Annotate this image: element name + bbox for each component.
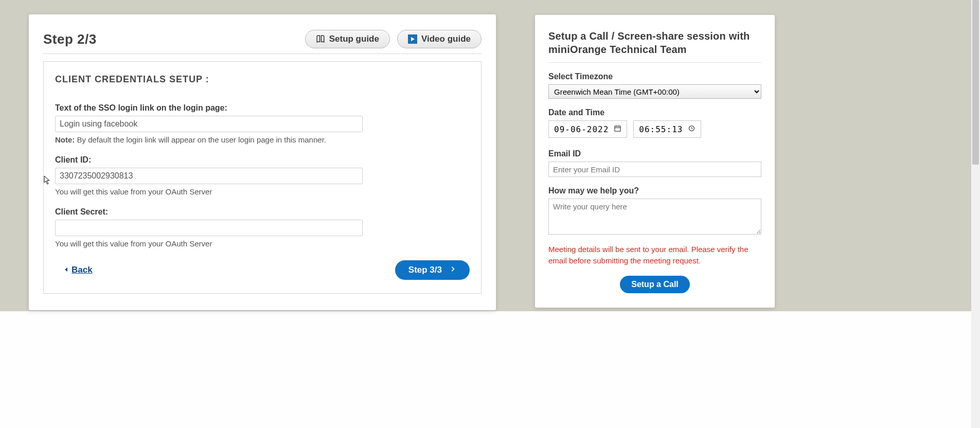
setup-call-button[interactable]: Setup a Call <box>620 276 690 293</box>
timezone-label: Select Timezone <box>548 72 761 81</box>
setup-guide-button[interactable]: Setup guide <box>305 30 390 48</box>
time-value: 06:55:13 <box>639 124 683 134</box>
query-label: How may we help you? <box>548 186 761 195</box>
datetime-label: Date and Time <box>548 108 761 117</box>
date-input[interactable]: 09-06-2022 <box>548 120 627 138</box>
video-guide-label: Video guide <box>421 34 471 44</box>
client-id-helper: You will get this value from your OAuth … <box>55 187 470 196</box>
main-config-card: Step 2/3 Setup guide Video guide CLIENT <box>29 14 496 310</box>
client-secret-helper: You will get this value from your OAuth … <box>55 239 470 248</box>
back-link[interactable]: Back <box>63 265 93 275</box>
guide-buttons-group: Setup guide Video guide <box>305 30 482 48</box>
datetime-row: 09-06-2022 06:55:13 <box>548 120 761 138</box>
step-header: Step 2/3 Setup guide Video guide <box>43 30 482 54</box>
credentials-box: CLIENT CREDENTIALS SETUP : Text of the S… <box>43 61 482 294</box>
date-value: 09-06-2022 <box>554 124 609 134</box>
caret-left-icon <box>63 265 69 275</box>
time-input[interactable]: 06:55:13 <box>633 120 701 138</box>
bottom-whitespace <box>0 311 980 428</box>
next-label: Step 3/3 <box>408 265 442 275</box>
svg-rect-2 <box>615 126 620 131</box>
vertical-scrollbar-thumb[interactable] <box>972 0 979 165</box>
client-id-label: Client ID: <box>55 155 470 165</box>
setup-call-title: Setup a Call / Screen-share session with… <box>548 29 761 63</box>
client-secret-label: Client Secret: <box>55 207 470 217</box>
setup-guide-label: Setup guide <box>329 34 379 44</box>
clock-icon <box>688 124 696 134</box>
meeting-warning: Meeting details will be sent to your ema… <box>548 244 761 266</box>
nav-row: Back Step 3/3 <box>55 260 470 280</box>
client-secret-input[interactable] <box>55 220 363 236</box>
sso-text-input[interactable] <box>55 116 363 132</box>
setup-call-card: Setup a Call / Screen-share session with… <box>535 15 775 308</box>
next-step-button[interactable]: Step 3/3 <box>395 260 470 280</box>
book-icon <box>316 34 325 44</box>
svg-marker-1 <box>65 268 67 272</box>
sso-text-label: Text of the SSO login link on the login … <box>55 103 470 113</box>
calendar-icon <box>614 124 621 134</box>
video-guide-button[interactable]: Video guide <box>397 30 482 48</box>
email-input[interactable] <box>548 162 761 177</box>
sso-text-note: Note: By default the login link will app… <box>55 135 470 144</box>
note-rest: By default the login link will appear on… <box>75 135 326 144</box>
svg-line-8 <box>692 128 693 129</box>
credentials-heading: CLIENT CREDENTIALS SETUP : <box>55 74 470 85</box>
vertical-scrollbar-track[interactable] <box>971 0 980 428</box>
query-textarea[interactable] <box>548 199 761 235</box>
step-title: Step 2/3 <box>43 31 97 47</box>
chevron-right-icon <box>449 265 456 275</box>
video-play-icon <box>408 34 417 44</box>
back-label: Back <box>72 265 93 275</box>
note-bold: Note: <box>55 135 75 144</box>
timezone-select[interactable]: Greenwich Mean Time (GMT+00:00) <box>548 84 761 99</box>
svg-marker-0 <box>411 37 415 41</box>
client-id-input[interactable] <box>55 168 363 184</box>
email-label: Email ID <box>548 149 761 158</box>
